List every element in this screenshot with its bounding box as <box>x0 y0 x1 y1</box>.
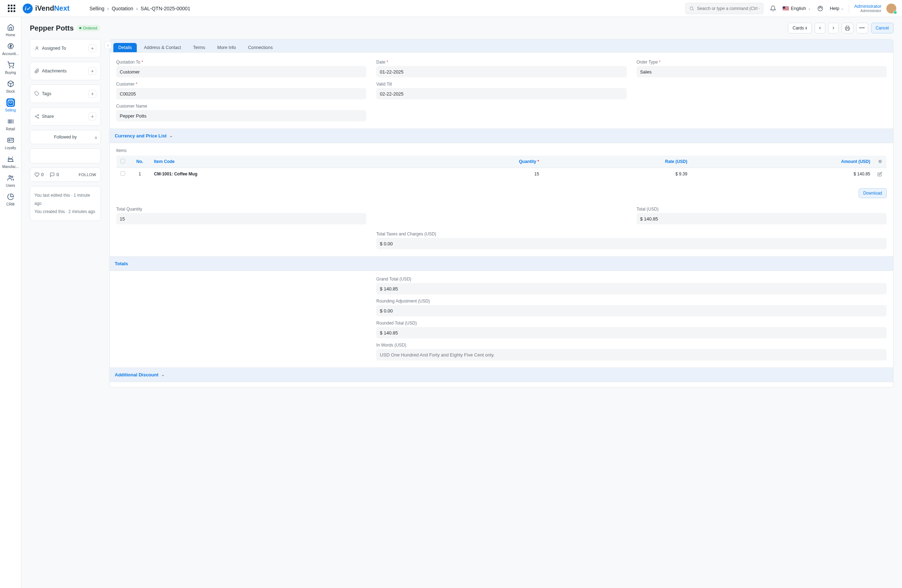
breadcrumb-selling[interactable]: Selling <box>89 6 105 11</box>
share-label: Share <box>42 114 54 119</box>
pie-chart-icon <box>7 193 14 200</box>
status-badge: Ordered <box>77 25 100 31</box>
form-content: ‹ Details Address & Contact Terms More I… <box>110 39 894 387</box>
global-search[interactable] <box>685 3 763 14</box>
avatar[interactable] <box>886 3 896 14</box>
page-title: Pepper Potts <box>30 24 74 32</box>
row-checkbox[interactable] <box>121 171 125 176</box>
attachments-label: Attachments <box>42 69 66 74</box>
social-card: 0 · 0 FOLLOW <box>30 167 101 182</box>
items-label: Items <box>116 148 887 153</box>
breadcrumb-quotation[interactable]: Quotation <box>111 6 133 11</box>
id-card-icon <box>7 137 14 144</box>
print-button[interactable] <box>842 23 853 33</box>
sidebar-item-selling[interactable]: Selling <box>0 96 21 115</box>
user-info[interactable]: Administrator Administrator <box>854 4 882 13</box>
sidebar-item-loyalty[interactable]: Loyalty <box>0 133 21 152</box>
field-rounded-total: Rounded Total (USD) $ 140.85 <box>376 321 887 338</box>
share-card: Share + <box>30 107 101 126</box>
sidebar-label: Stock <box>6 89 15 93</box>
tab-more-info[interactable]: More Info <box>212 43 241 52</box>
field-grand-total: Grand Total (USD) $ 140.85 <box>376 277 887 294</box>
add-attachment-button[interactable]: + <box>88 67 96 75</box>
search-input[interactable] <box>697 6 759 11</box>
more-menu-button[interactable]: ••• <box>856 23 868 33</box>
sidebar-label: Loyalty <box>5 146 16 150</box>
left-panel: Assigned To + Attachments + Tags + <box>30 39 101 387</box>
theme-button[interactable] <box>816 4 825 13</box>
language-selector[interactable]: English ⌄ <box>783 6 811 11</box>
cards-view-button[interactable]: Cards ▴▾ <box>788 23 812 33</box>
tab-connections[interactable]: Connections <box>243 43 278 52</box>
sidebar-item-crm[interactable]: CRM <box>0 190 21 209</box>
row-edit[interactable] <box>874 168 887 180</box>
col-amount[interactable]: Amount (USD) <box>691 155 874 168</box>
logo[interactable]: i✓ iVendNext <box>23 3 70 14</box>
col-item-code[interactable]: Item Code <box>150 155 406 168</box>
col-no[interactable]: No. <box>129 155 150 168</box>
add-tag-button[interactable]: + <box>88 90 96 98</box>
col-quantity[interactable]: Quantity <box>405 155 542 168</box>
svg-line-28 <box>36 117 38 117</box>
checkbox-all[interactable] <box>121 159 125 163</box>
table-row[interactable]: 1 CM-1001: Coffee Mug 15 $ 9.39 $ 140.85 <box>116 168 887 180</box>
sidebar-item-accounting[interactable]: Accounti... <box>0 39 21 58</box>
svg-point-7 <box>9 67 10 68</box>
tab-details[interactable]: Details <box>113 43 137 52</box>
next-button[interactable] <box>828 23 839 33</box>
sidebar-item-users[interactable]: Users <box>0 171 21 190</box>
add-assignee-button[interactable]: + <box>88 44 96 52</box>
collapse-panel-button[interactable]: ‹ <box>105 41 111 49</box>
tab-terms[interactable]: Terms <box>188 43 210 52</box>
col-rate[interactable]: Rate (USD) <box>542 155 691 168</box>
chevron-down-icon: ⌄ <box>841 6 844 10</box>
user-name: Administrator <box>854 4 882 9</box>
download-button[interactable]: Download <box>859 188 887 198</box>
value[interactable]: Customer <box>116 66 366 77</box>
activity-edited: You last edited this · 1 minute ago <box>34 191 96 208</box>
logo-text-1: iVend <box>35 4 54 12</box>
chevron-down-icon: ⌄ <box>169 133 173 138</box>
section-currency-price-list[interactable]: Currency and Price List ⌄ <box>110 128 893 143</box>
comment-icon <box>50 172 55 177</box>
help-menu[interactable]: Help ⌄ <box>830 6 844 11</box>
svg-line-1 <box>693 9 694 10</box>
flag-us-icon <box>783 6 789 11</box>
form-tabs: Details Address & Contact Terms More Inf… <box>110 39 893 53</box>
assigned-label: Assigned To <box>42 46 66 51</box>
section-additional-discount[interactable]: Additional Discount ⌄ <box>110 368 893 382</box>
items-table: No. Item Code Quantity Rate (USD) Amount… <box>116 155 887 180</box>
follow-button[interactable]: FOLLOW <box>79 172 96 177</box>
value[interactable]: 01-22-2025 <box>376 66 626 77</box>
add-share-button[interactable]: + <box>88 113 96 120</box>
section-totals[interactable]: Totals <box>110 256 893 271</box>
notifications-button[interactable] <box>769 4 778 13</box>
apps-menu-button[interactable] <box>6 3 17 14</box>
tab-address[interactable]: Address & Contact <box>139 43 186 52</box>
label: Order Type <box>637 59 887 65</box>
sidebar-item-buying[interactable]: Buying <box>0 58 21 77</box>
sidebar-label: Selling <box>5 108 16 112</box>
cancel-button[interactable]: Cancel <box>871 23 894 33</box>
likes[interactable]: 0 <box>34 172 44 177</box>
sidebar-item-manufacturing[interactable]: Manufac... <box>0 152 21 171</box>
breadcrumb-doc-id[interactable]: SAL-QTN-2025-00001 <box>141 6 190 11</box>
cart-icon <box>7 61 14 69</box>
value[interactable]: Pepper Potts <box>116 110 366 122</box>
sidebar-item-stock[interactable]: Stock <box>0 77 21 96</box>
summary-taxes: Total Taxes and Charges (USD) $ 0.00 <box>110 231 893 256</box>
tags-label: Tags <box>42 91 51 96</box>
col-check <box>116 155 129 168</box>
comments[interactable]: 0 <box>50 172 59 177</box>
value[interactable]: Sales <box>637 66 887 77</box>
collapse-icon[interactable]: ▵ <box>95 134 97 139</box>
value: $ 0.00 <box>376 305 887 316</box>
value[interactable]: C00205 <box>116 88 366 99</box>
section-label: Currency and Price List <box>115 133 167 139</box>
svg-point-25 <box>38 114 39 116</box>
sidebar-item-retail[interactable]: Retail <box>0 115 21 133</box>
prev-button[interactable] <box>814 23 825 33</box>
value[interactable]: 02-22-2025 <box>376 88 626 99</box>
col-settings[interactable]: ⚙ <box>874 155 887 168</box>
sidebar-item-home[interactable]: Home <box>0 20 21 39</box>
